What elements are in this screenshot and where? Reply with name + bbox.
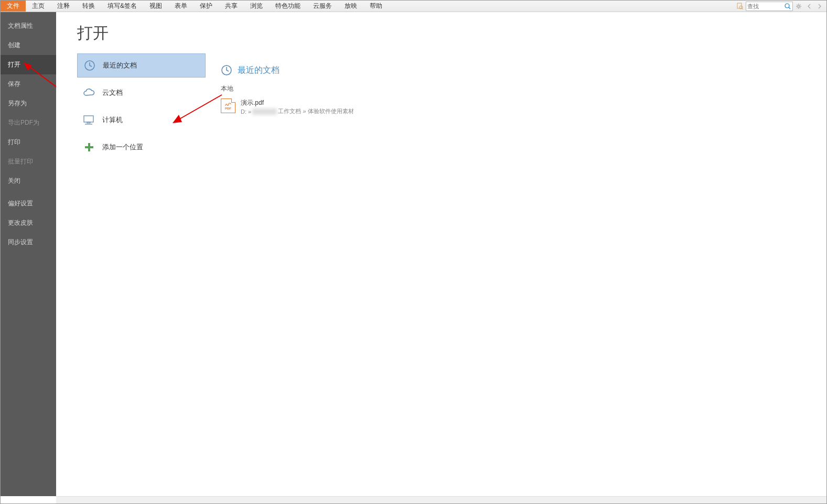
menu-tab-comment[interactable]: 注释 [51, 1, 76, 12]
clock-icon [221, 64, 232, 76]
sidebar-item-preferences[interactable]: 偏好设置 [1, 194, 56, 213]
menu-tab-cloud[interactable]: 云服务 [307, 1, 338, 12]
cloud-icon [82, 86, 96, 100]
content-area: 最近的文档 本地 PDF 演示.pdf D: » ████ 工作文档 » 体验软… [205, 12, 826, 496]
location-label: 云文档 [102, 88, 123, 97]
menu-tab-browse[interactable]: 浏览 [244, 1, 269, 12]
horizontal-scrollbar[interactable] [56, 496, 826, 503]
menu-tab-play[interactable]: 放映 [338, 1, 363, 12]
menubar: 文件 主页 注释 转换 填写&签名 视图 表单 保护 共享 浏览 特色功能 云服… [1, 1, 826, 12]
svg-rect-8 [87, 122, 90, 123]
location-recent[interactable]: 最近的文档 [77, 53, 206, 78]
sidebar-item-create[interactable]: 创建 [1, 36, 56, 55]
sidebar-item-open[interactable]: 打开 [1, 55, 56, 74]
sidebar-item-saveas[interactable]: 另存为 [1, 94, 56, 113]
sidebar-item-skin[interactable]: 更改皮肤 [1, 213, 56, 233]
nav-prev-icon[interactable] [804, 2, 814, 11]
svg-rect-7 [84, 116, 93, 122]
panel-title: 打开 [77, 23, 205, 44]
location-label: 计算机 [102, 115, 123, 125]
menu-tab-file[interactable]: 文件 [1, 1, 26, 12]
location-cloud[interactable]: 云文档 [77, 81, 206, 105]
menu-tab-convert[interactable]: 转换 [76, 1, 101, 12]
svg-line-4 [789, 7, 790, 9]
sidebar-item-print[interactable]: 打印 [1, 133, 56, 152]
menu-tab-fillsign[interactable]: 填写&签名 [101, 1, 143, 12]
content-title: 最近的文档 [238, 65, 280, 76]
plus-icon [82, 140, 96, 154]
file-name: 演示.pdf [241, 98, 354, 107]
menu-tab-protect[interactable]: 保护 [194, 1, 219, 12]
svg-point-5 [798, 5, 800, 7]
search-doc-icon[interactable] [735, 2, 745, 11]
menu-tab-special[interactable]: 特色功能 [269, 1, 307, 12]
svg-point-3 [785, 4, 789, 8]
search-input[interactable] [746, 3, 783, 9]
recent-file-item[interactable]: PDF 演示.pdf D: » ████ 工作文档 » 体验软件使用素材 [221, 96, 826, 117]
sidebar-item-batchprint[interactable]: 批量打印 [1, 152, 56, 171]
file-path: D: » ████ 工作文档 » 体验软件使用素材 [241, 107, 354, 115]
location-label: 添加一个位置 [102, 143, 143, 152]
menu-tab-share[interactable]: 共享 [219, 1, 244, 12]
sidebar-item-sync[interactable]: 同步设置 [1, 233, 56, 252]
menu-tab-help[interactable]: 帮助 [363, 1, 389, 12]
nav-next-icon[interactable] [815, 2, 824, 11]
locations-panel: 打开 最近的文档 云文档 [56, 12, 205, 496]
sidebar-item-docprops[interactable]: 文档属性 [1, 16, 56, 36]
menu-tab-home[interactable]: 主页 [26, 1, 51, 12]
clock-icon [83, 59, 96, 72]
location-computer[interactable]: 计算机 [77, 108, 206, 132]
sidebar-item-export[interactable]: 导出PDF为 [1, 113, 56, 133]
menu-tab-form[interactable]: 表单 [168, 1, 194, 12]
svg-line-2 [742, 8, 743, 9]
search-icon[interactable] [783, 2, 792, 11]
gear-icon[interactable] [794, 2, 803, 11]
location-add[interactable]: 添加一个位置 [77, 135, 206, 159]
menu-tab-view[interactable]: 视图 [143, 1, 168, 12]
sidebar-item-save[interactable]: 保存 [1, 74, 56, 94]
computer-icon [82, 113, 96, 127]
pdf-file-icon: PDF [221, 98, 235, 113]
search-box[interactable] [746, 2, 793, 11]
section-label-local: 本地 [221, 84, 826, 93]
location-label: 最近的文档 [103, 61, 137, 70]
sidebar-item-close[interactable]: 关闭 [1, 171, 56, 191]
file-sidebar: 文档属性 创建 打开 保存 另存为 导出PDF为 打印 批量打印 关闭 偏好设置… [1, 12, 56, 496]
